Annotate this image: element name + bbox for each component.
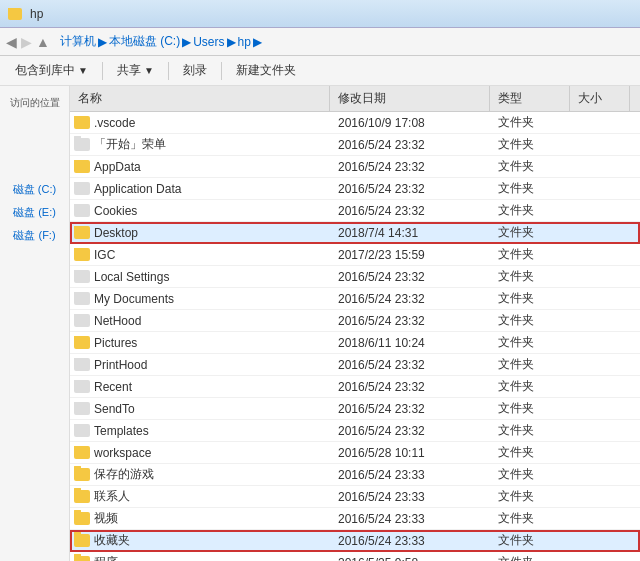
file-name: Desktop xyxy=(94,226,138,240)
breadcrumb-hp[interactable]: hp xyxy=(238,35,251,49)
file-type: 文件夹 xyxy=(490,136,570,153)
file-name: PrintHood xyxy=(94,358,147,372)
file-date: 2016/5/24 23:32 xyxy=(330,424,490,438)
up-button[interactable]: ▲ xyxy=(36,34,50,50)
file-type: 文件夹 xyxy=(490,444,570,461)
table-row[interactable]: Templates 2016/5/24 23:32 文件夹 xyxy=(70,420,640,442)
file-date: 2016/5/24 23:32 xyxy=(330,182,490,196)
table-row[interactable]: 程序 2016/5/25 9:58 文件夹 xyxy=(70,552,640,561)
col-name[interactable]: 名称 xyxy=(70,86,330,111)
table-row[interactable]: 联系人 2016/5/24 23:33 文件夹 xyxy=(70,486,640,508)
breadcrumb-disk[interactable]: 本地磁盘 (C:) xyxy=(109,33,180,50)
dropdown-arrow-icon-2: ▼ xyxy=(144,65,154,76)
file-name-cell: My Documents xyxy=(70,292,330,306)
folder-icon xyxy=(74,336,90,349)
file-type: 文件夹 xyxy=(490,466,570,483)
breadcrumb: 计算机 ▶ 本地磁盘 (C:) ▶ Users ▶ hp ▶ xyxy=(60,33,262,50)
folder-icon xyxy=(74,358,90,371)
file-name-cell: 保存的游戏 xyxy=(70,466,330,483)
file-date: 2016/5/24 23:32 xyxy=(330,314,490,328)
sidebar-item-disk-e[interactable]: 磁盘 (E:) xyxy=(4,203,65,222)
table-row[interactable]: Desktop 2018/7/4 14:31 文件夹 xyxy=(70,222,640,244)
table-row[interactable]: 保存的游戏 2016/5/24 23:33 文件夹 xyxy=(70,464,640,486)
toolbar-separator-3 xyxy=(221,62,222,80)
breadcrumb-computer[interactable]: 计算机 xyxy=(60,33,96,50)
folder-icon xyxy=(74,314,90,327)
folder-icon xyxy=(74,226,90,239)
forward-button[interactable]: ▶ xyxy=(21,34,32,50)
table-row[interactable]: Local Settings 2016/5/24 23:32 文件夹 xyxy=(70,266,640,288)
burn-button[interactable]: 刻录 xyxy=(174,59,216,83)
folder-icon xyxy=(74,534,90,547)
file-type: 文件夹 xyxy=(490,510,570,527)
share-button[interactable]: 共享 ▼ xyxy=(108,59,163,83)
folder-icon xyxy=(74,468,90,481)
file-name-cell: Local Settings xyxy=(70,270,330,284)
folder-icon xyxy=(74,248,90,261)
file-name-cell: 联系人 xyxy=(70,488,330,505)
file-name: .vscode xyxy=(94,116,135,130)
table-row[interactable]: 视频 2016/5/24 23:33 文件夹 xyxy=(70,508,640,530)
file-date: 2016/5/28 10:11 xyxy=(330,446,490,460)
col-date[interactable]: 修改日期 xyxy=(330,86,490,111)
sidebar-item-disk-f[interactable]: 磁盘 (F:) xyxy=(4,226,65,245)
file-name-cell: PrintHood xyxy=(70,358,330,372)
back-button[interactable]: ◀ xyxy=(6,34,17,50)
file-name: Pictures xyxy=(94,336,137,350)
table-row[interactable]: IGC 2017/2/23 15:59 文件夹 xyxy=(70,244,640,266)
file-type: 文件夹 xyxy=(490,422,570,439)
file-name: workspace xyxy=(94,446,151,460)
dropdown-arrow-icon: ▼ xyxy=(78,65,88,76)
new-folder-button[interactable]: 新建文件夹 xyxy=(227,59,305,83)
folder-icon xyxy=(74,182,90,195)
table-row[interactable]: workspace 2016/5/28 10:11 文件夹 xyxy=(70,442,640,464)
table-row[interactable]: 「开始」荣单 2016/5/24 23:32 文件夹 xyxy=(70,134,640,156)
file-name: 视频 xyxy=(94,510,118,527)
file-name: 联系人 xyxy=(94,488,130,505)
file-name-cell: Recent xyxy=(70,380,330,394)
file-date: 2018/7/4 14:31 xyxy=(330,226,490,240)
file-name: Cookies xyxy=(94,204,137,218)
folder-icon xyxy=(74,116,90,129)
file-type: 文件夹 xyxy=(490,202,570,219)
file-type: 文件夹 xyxy=(490,488,570,505)
file-type: 文件夹 xyxy=(490,312,570,329)
table-row[interactable]: Cookies 2016/5/24 23:32 文件夹 xyxy=(70,200,640,222)
table-row[interactable]: PrintHood 2016/5/24 23:32 文件夹 xyxy=(70,354,640,376)
table-row[interactable]: My Documents 2016/5/24 23:32 文件夹 xyxy=(70,288,640,310)
file-name-cell: 收藏夹 xyxy=(70,532,330,549)
table-row[interactable]: Application Data 2016/5/24 23:32 文件夹 xyxy=(70,178,640,200)
file-type: 文件夹 xyxy=(490,400,570,417)
folder-icon xyxy=(74,446,90,459)
file-type: 文件夹 xyxy=(490,554,570,561)
table-row[interactable]: Pictures 2018/6/11 10:24 文件夹 xyxy=(70,332,640,354)
file-name-cell: 程序 xyxy=(70,554,330,561)
table-row[interactable]: NetHood 2016/5/24 23:32 文件夹 xyxy=(70,310,640,332)
sidebar-item-disk-c[interactable]: 磁盘 (C:) xyxy=(4,180,65,199)
file-name-cell: SendTo xyxy=(70,402,330,416)
col-size[interactable]: 大小 xyxy=(570,86,630,111)
file-name-cell: 「开始」荣单 xyxy=(70,136,330,153)
file-name: 程序 xyxy=(94,554,118,561)
include-library-button[interactable]: 包含到库中 ▼ xyxy=(6,59,97,83)
table-row[interactable]: AppData 2016/5/24 23:32 文件夹 xyxy=(70,156,640,178)
folder-icon xyxy=(74,556,90,561)
file-type: 文件夹 xyxy=(490,290,570,307)
file-type: 文件夹 xyxy=(490,334,570,351)
file-name: IGC xyxy=(94,248,115,262)
sidebar-item-visited[interactable]: 访问的位置 xyxy=(4,94,65,112)
file-date: 2016/5/25 9:58 xyxy=(330,556,490,562)
table-row[interactable]: .vscode 2016/10/9 17:08 文件夹 xyxy=(70,112,640,134)
table-row[interactable]: Recent 2016/5/24 23:32 文件夹 xyxy=(70,376,640,398)
file-name-cell: Application Data xyxy=(70,182,330,196)
table-row[interactable]: SendTo 2016/5/24 23:32 文件夹 xyxy=(70,398,640,420)
file-date: 2016/5/24 23:32 xyxy=(330,270,490,284)
file-date: 2016/5/24 23:32 xyxy=(330,160,490,174)
column-headers: 名称 修改日期 类型 大小 xyxy=(70,86,640,112)
col-type[interactable]: 类型 xyxy=(490,86,570,111)
table-row[interactable]: 收藏夹 2016/5/24 23:33 文件夹 xyxy=(70,530,640,552)
title-bar-text: hp xyxy=(30,7,43,21)
file-name-cell: AppData xyxy=(70,160,330,174)
breadcrumb-users[interactable]: Users xyxy=(193,35,224,49)
toolbar: 包含到库中 ▼ 共享 ▼ 刻录 新建文件夹 xyxy=(0,56,640,86)
